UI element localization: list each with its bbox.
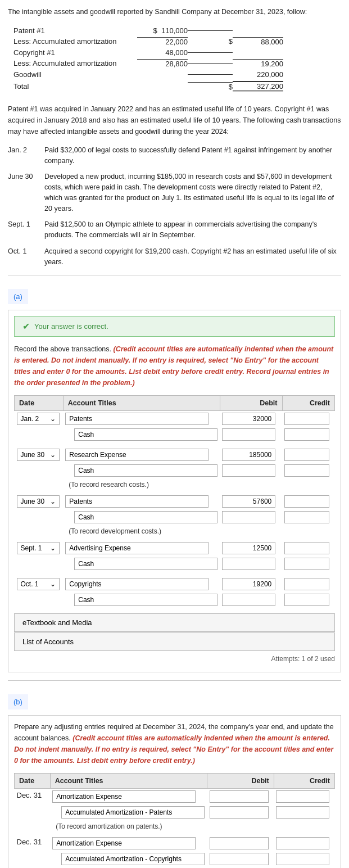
date-cell: June 30 ⌄ [15, 494, 64, 509]
etextbook-button[interactable]: eTextbook and Media [14, 613, 335, 632]
entry-jan2-row1: Jan. 2 ⌄ [15, 411, 335, 427]
account-input-jun30-res-credit[interactable] [74, 464, 217, 477]
balance-col3: 327,200 [233, 81, 283, 92]
debit-input-sep1[interactable] [222, 542, 275, 554]
account-input-sep1-credit[interactable] [74, 558, 217, 570]
date-dropdown-jun30-res[interactable]: June 30 ⌄ [17, 449, 60, 461]
balance-table: Patent #1 $ 110,000 Less: Accumulated am… [8, 25, 341, 93]
divider2 [8, 680, 341, 681]
trans-text: Paid $12,500 to an Olympic athlete to ap… [44, 219, 341, 241]
credit-input-jan2-debit[interactable] [284, 413, 329, 425]
journal-table: Date Account Titles Debit Credit Jan. 2 … [14, 395, 335, 608]
date-dropdown-sep1[interactable]: Sept. 1 ⌄ [17, 542, 60, 554]
check-icon: ✔ [22, 321, 30, 332]
credit-cell [282, 494, 335, 509]
account-input-dec31-pat-debit[interactable] [52, 790, 196, 803]
credit-cell-b2 [274, 851, 334, 867]
account-input-jan2-debit[interactable] [65, 413, 209, 425]
debit-input-jun30-res-credit[interactable] [222, 464, 275, 477]
debit-input-sep1-credit[interactable] [222, 558, 275, 570]
credit-input-sep1-credit[interactable] [284, 558, 329, 570]
credit-cell [282, 576, 335, 592]
credit-input-dec31-pat-debit[interactable] [276, 790, 329, 803]
balance-row-patent1: Patent #1 $ 110,000 [13, 25, 341, 36]
instruction-plain: Record the above transactions. [14, 345, 114, 353]
date-dropdown-oct1[interactable]: Oct. 1 ⌄ [17, 578, 60, 590]
credit-input-dec31-pat-credit[interactable] [276, 806, 329, 819]
account-cell [63, 463, 220, 478]
trans-date: Oct. 1 [8, 246, 44, 268]
account-input-sep1-debit[interactable] [65, 542, 209, 554]
credit-input-oct1-debit[interactable] [284, 578, 329, 590]
account-input-dec31-copy-debit[interactable] [52, 837, 196, 849]
debit-cell-empty [220, 556, 282, 572]
entry-jun30-res-row1: June 30 ⌄ [15, 447, 335, 463]
account-cell-b2 [50, 851, 207, 867]
col-account-header-b: Account Titles [50, 774, 207, 789]
entry-oct1-row1: Oct. 1 ⌄ [15, 576, 335, 592]
entry-dec31-copy-row1: Dec. 31 [15, 835, 335, 851]
credit-input-jun30-res-debit[interactable] [284, 449, 329, 461]
account-input-oct1-debit[interactable] [65, 578, 209, 590]
balance-col2 [188, 52, 233, 53]
balance-col2 [188, 30, 233, 31]
entry-sep1-spacer [15, 572, 335, 576]
account-input-dec31-pat-credit[interactable] [61, 806, 205, 819]
debit-input-jan2-credit[interactable] [222, 428, 275, 441]
attempts-text: Attempts: 1 of 2 used [14, 652, 335, 666]
credit-cell [282, 556, 335, 572]
debit-input-jun30-res[interactable] [222, 449, 275, 461]
debit-cell [220, 540, 282, 556]
credit-input-jan2-credit[interactable] [284, 428, 329, 441]
section-b: (b) Prepare any adjusting entries requir… [8, 689, 341, 868]
credit-cell [282, 540, 335, 556]
trans-date: Sept. 1 [8, 219, 44, 241]
date-cell-empty [15, 427, 64, 442]
credit-input-jun30-dev-credit[interactable] [284, 511, 329, 523]
debit-input-jun30-dev-credit[interactable] [222, 511, 275, 523]
list-accounts-button[interactable]: List of Accounts [14, 632, 335, 651]
date-cell-b: Dec. 31 [15, 789, 51, 805]
balance-col2 [188, 63, 233, 64]
account-cell-b2 [50, 835, 207, 851]
entry-jun30-dev-note: (To record development costs.) [15, 525, 335, 537]
date-dropdown-jan2[interactable]: Jan. 2 ⌄ [17, 413, 60, 425]
date-cell-empty [15, 509, 64, 525]
credit-input-dec31-copy-debit[interactable] [276, 837, 329, 849]
balance-row-total: Total $ 327,200 [13, 80, 341, 93]
debit-input-jun30-dev[interactable] [222, 495, 275, 508]
debit-input-dec31-pat-credit[interactable] [210, 806, 269, 819]
chevron-down-icon: ⌄ [50, 451, 56, 459]
debit-input-oct1-credit[interactable] [222, 594, 275, 606]
credit-input-jun30-res-credit[interactable] [284, 464, 329, 477]
balance-col1: 48,000 [137, 48, 188, 57]
balance-row-acc-amort2: Less: Accumulated amortization 28,800 19… [13, 58, 341, 69]
col-debit-header-b: Debit [207, 774, 274, 789]
debit-input-oct1[interactable] [222, 578, 275, 590]
date-cell-empty [15, 463, 64, 478]
account-cell [63, 576, 220, 592]
debit-input-dec31-copy[interactable] [210, 837, 269, 849]
account-input-jan2-credit[interactable] [74, 428, 217, 441]
account-input-jun30-dev-debit[interactable] [65, 495, 209, 508]
col-date-header: Date [15, 396, 64, 411]
date-dropdown-jun30-dev[interactable]: June 30 ⌄ [17, 495, 60, 508]
account-input-dec31-copy-credit[interactable] [61, 853, 205, 865]
credit-input-sep1-debit[interactable] [284, 542, 329, 554]
account-input-jun30-res-debit[interactable] [65, 449, 209, 461]
account-cell [63, 509, 220, 525]
debit-input-jan2[interactable] [222, 413, 275, 425]
entry-sep1-row1: Sept. 1 ⌄ [15, 540, 335, 556]
account-input-jun30-dev-credit[interactable] [74, 511, 217, 523]
account-cell [63, 447, 220, 463]
credit-input-jun30-dev-debit[interactable] [284, 495, 329, 508]
debit-input-dec31-copy-credit[interactable] [210, 853, 269, 865]
credit-input-dec31-copy-credit[interactable] [276, 853, 329, 865]
account-input-oct1-credit[interactable] [74, 594, 217, 606]
col-credit-header-b: Credit [274, 774, 334, 789]
entry-dec31-copy-row2 [15, 851, 335, 867]
date-cell-empty-b2 [15, 851, 51, 867]
debit-input-dec31-pat[interactable] [210, 790, 269, 803]
credit-input-oct1-credit[interactable] [284, 594, 329, 606]
note-dev: (To record development costs.) [65, 526, 161, 539]
